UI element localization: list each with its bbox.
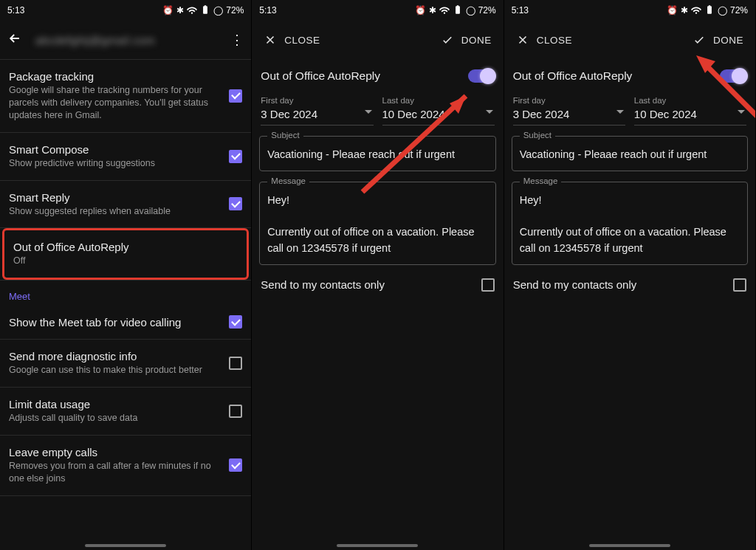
subject-label: Subject xyxy=(267,131,303,140)
setting-title: Send more diagnostic info xyxy=(9,350,221,362)
done-label: DONE xyxy=(461,35,492,46)
subject-field[interactable]: Subject Vacationing - Pleaae reach out i… xyxy=(512,136,748,171)
last-day-field[interactable]: Last day 10 Dec 2024 xyxy=(382,96,495,126)
last-day-value: 10 Dec 2024 xyxy=(382,108,495,120)
loading-icon: ◯ xyxy=(213,5,223,16)
battery-pct: 72% xyxy=(730,5,748,16)
setting-row[interactable]: Leave empty callsRemoves you from a call… xyxy=(0,436,251,495)
contacts-only-checkbox[interactable] xyxy=(733,278,746,292)
autoreply-toggle-label: Out of Office AutoReply xyxy=(261,69,380,83)
status-right: ⏰ ✱ ◯ 72% xyxy=(162,4,244,17)
message-value: Hey! Currently out of office on a vacati… xyxy=(520,193,740,257)
status-bar: 5:13 ⏰ ✱ ◯ 72% xyxy=(0,0,251,21)
gesture-bar xyxy=(85,544,166,547)
subject-value: Vacationing - Pleaae reach out if urgent xyxy=(267,147,487,163)
bluetooth-icon: ✱ xyxy=(429,5,436,16)
setting-row[interactable]: Smart ComposeShow predictive writing sug… xyxy=(0,133,251,180)
last-day-label: Last day xyxy=(634,96,746,105)
autoreply-toggle-row: Out of Office AutoReply xyxy=(504,59,755,96)
setting-subtitle: Adjusts call quality to save data xyxy=(9,412,221,424)
message-field[interactable]: Message Hey! Currently out of office on … xyxy=(259,182,495,265)
done-button[interactable]: DONE xyxy=(441,33,492,47)
setting-subtitle: Off xyxy=(13,255,230,267)
setting-checkbox[interactable] xyxy=(229,357,242,370)
setting-row[interactable]: Out of Office AutoReplyOff xyxy=(4,230,247,278)
message-field[interactable]: Message Hey! Currently out of office on … xyxy=(512,182,748,265)
dialog-header: CLOSE DONE xyxy=(504,21,755,59)
setting-row[interactable]: Limit data usageAdjusts call quality to … xyxy=(0,388,251,435)
setting-checkbox[interactable] xyxy=(229,197,242,210)
setting-title: Package tracking xyxy=(9,70,221,83)
first-day-field[interactable]: First day 3 Dec 2024 xyxy=(513,96,625,126)
status-right: ⏰ ✱ ◯ 72% xyxy=(415,4,496,17)
done-button[interactable]: DONE xyxy=(693,33,743,47)
settings-pane: 5:13 ⏰ ✱ ◯ 72% abcdefghij@gmail.com ⋮ Pa… xyxy=(0,0,252,550)
autoreply-toggle-label: Out of Office AutoReply xyxy=(513,69,633,83)
wifi-icon xyxy=(439,4,450,17)
autoreply-switch[interactable] xyxy=(720,69,746,83)
setting-checkbox[interactable] xyxy=(229,315,242,329)
status-time: 5:13 xyxy=(512,5,529,16)
alarm-icon: ⏰ xyxy=(667,5,678,16)
section-meet: Meet xyxy=(0,281,251,305)
close-button[interactable]: CLOSE xyxy=(516,33,572,47)
contacts-only-row: Send to my contacts only xyxy=(252,265,503,305)
setting-checkbox[interactable] xyxy=(229,405,242,418)
date-row: First day 3 Dec 2024 Last day 10 Dec 202… xyxy=(504,96,755,126)
battery-icon xyxy=(453,4,463,17)
first-day-field[interactable]: First day 3 Dec 2024 xyxy=(261,96,373,126)
first-day-value: 3 Dec 2024 xyxy=(261,108,373,120)
message-value: Hey! Currently out of office on a vacati… xyxy=(267,193,487,257)
contacts-only-label: Send to my contacts only xyxy=(513,278,637,291)
back-icon[interactable] xyxy=(7,31,22,49)
setting-checkbox[interactable] xyxy=(229,458,242,472)
subject-field[interactable]: Subject Vacationing - Pleaae reach out i… xyxy=(259,136,495,171)
setting-checkbox[interactable] xyxy=(229,150,242,163)
message-label: Message xyxy=(267,176,309,185)
setting-row[interactable]: Smart ReplyShow suggested replies when a… xyxy=(0,181,251,228)
close-label: CLOSE xyxy=(537,35,572,46)
autoreply-pane-1: 5:13 ⏰ ✱ ◯ 72% CLOSE DONE Out of Office … xyxy=(252,0,504,550)
setting-title: Leave empty calls xyxy=(9,446,221,458)
overflow-icon[interactable]: ⋮ xyxy=(230,32,244,48)
status-right: ⏰ ✱ ◯ 72% xyxy=(667,4,748,17)
done-label: DONE xyxy=(713,35,743,46)
setting-row[interactable]: Send more diagnostic infoGoogle can use … xyxy=(0,340,251,387)
gesture-bar xyxy=(589,544,670,547)
close-button[interactable]: CLOSE xyxy=(264,33,320,47)
dialog-header: CLOSE DONE xyxy=(252,21,503,59)
close-label: CLOSE xyxy=(284,35,320,46)
subject-label: Subject xyxy=(520,131,555,140)
setting-title: Smart Reply xyxy=(9,191,221,204)
setting-title: Show the Meet tab for video calling xyxy=(9,316,221,329)
contacts-only-row: Send to my contacts only xyxy=(504,265,755,305)
gesture-bar xyxy=(337,544,418,547)
battery-pct: 72% xyxy=(478,5,496,16)
last-day-value: 10 Dec 2024 xyxy=(634,108,746,120)
status-time: 5:13 xyxy=(259,5,276,16)
date-row: First day 3 Dec 2024 Last day 10 Dec 202… xyxy=(252,96,503,126)
setting-checkbox[interactable] xyxy=(229,89,242,103)
bluetooth-icon: ✱ xyxy=(176,5,184,16)
battery-pct: 72% xyxy=(226,5,244,16)
contacts-only-label: Send to my contacts only xyxy=(261,278,385,291)
setting-subtitle: Show suggested replies when available xyxy=(9,205,221,218)
first-day-label: First day xyxy=(513,96,625,105)
first-day-label: First day xyxy=(261,96,373,105)
autoreply-switch[interactable] xyxy=(468,69,495,83)
setting-title: Out of Office AutoReply xyxy=(13,241,230,253)
status-bar: 5:13 ⏰ ✱ ◯ 72% xyxy=(252,0,503,21)
last-day-field[interactable]: Last day 10 Dec 2024 xyxy=(634,96,746,126)
autoreply-toggle-row: Out of Office AutoReply xyxy=(252,59,503,96)
contacts-only-checkbox[interactable] xyxy=(481,278,495,292)
autoreply-pane-2: 5:13 ⏰ ✱ ◯ 72% CLOSE DONE Out of Office … xyxy=(504,0,756,550)
account-email: abcdefghij@gmail.com xyxy=(35,34,217,47)
alarm-icon: ⏰ xyxy=(162,5,173,16)
setting-row[interactable]: Show the Meet tab for video calling xyxy=(0,305,251,339)
setting-row[interactable]: Package trackingGoogle will share the tr… xyxy=(0,60,251,132)
alarm-icon: ⏰ xyxy=(415,5,426,16)
setting-subtitle: Removes you from a call after a few minu… xyxy=(9,460,221,485)
battery-icon xyxy=(704,4,715,17)
settings-header: abcdefghij@gmail.com ⋮ xyxy=(0,21,251,59)
setting-title: Smart Compose xyxy=(9,143,221,156)
